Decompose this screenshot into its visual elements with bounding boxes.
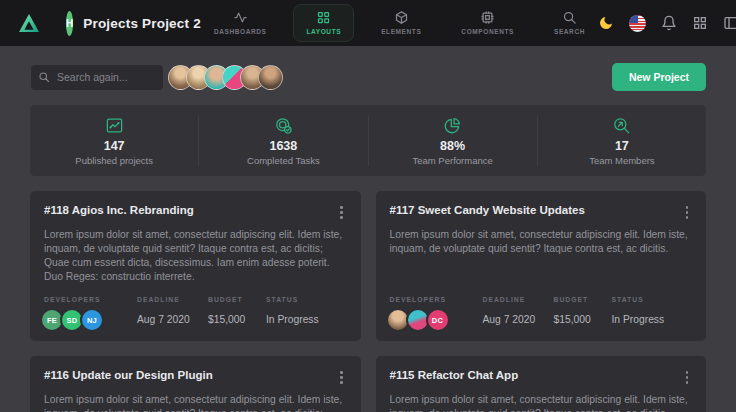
project-title: #118 Agios Inc. Rebranding [44,203,194,217]
project-title: #115 Refactor Chat App [390,368,519,382]
bell-icon [661,15,677,31]
magnifier-arrow-icon [612,116,631,135]
moon-icon [598,15,614,31]
developer-avatar[interactable]: NJ [80,308,104,332]
stat-label: Team Performance [412,155,492,166]
project-card-footer: DEVELOPERS FESDNJ DEADLINE Aug 7 2020 BU… [44,284,347,332]
kebab-menu-icon[interactable] [682,368,693,387]
project-card: #115 Refactor Chat App Lorem ipsum dolor… [376,356,707,412]
triangle-logo-icon [18,13,40,33]
budget-label: BUDGET [554,296,612,303]
project-description: Lorem ipsum dolor sit amet, consectetur … [390,228,693,256]
sidebar-toggle-button[interactable] [723,15,736,31]
stat-team-members: 17 Team Members [538,116,706,166]
team-avatar-group [175,65,283,90]
cpu-icon [480,10,495,25]
stat-completed-tasks: 1638 Completed Tasks [199,116,368,166]
apps-grid-icon [692,15,708,31]
project-description: Lorem ipsum dolor sit amet, consectetur … [390,393,693,412]
status-label: STATUS [266,296,319,303]
chart-line-icon [105,116,124,135]
navbar-actions [598,10,736,37]
developers-label: DEVELOPERS [390,296,483,303]
developer-avatar[interactable]: DC [426,308,450,332]
budget-value: $15,000 [208,308,266,332]
pie-chart-icon [443,116,462,135]
project-card: #118 Agios Inc. Rebranding Lorem ipsum d… [30,191,361,341]
nav-item-elements[interactable]: ELEMENTS [368,4,434,42]
status-value: In Progress [612,308,665,332]
status-value: In Progress [266,308,319,332]
stat-label: Completed Tasks [247,155,320,166]
brand-logo[interactable] [18,13,40,33]
language-flag-icon[interactable] [629,15,646,32]
stats-panel: 147 Published projects 1638 Completed Ta… [30,105,706,176]
stat-value: 17 [615,139,629,153]
stat-label: Published projects [75,155,153,166]
stat-published-projects: 147 Published projects [30,116,199,166]
projects-grid: #118 Agios Inc. Rebranding Lorem ipsum d… [30,191,706,412]
kebab-menu-icon[interactable] [336,368,347,387]
toolbar-row: New Project [30,63,706,91]
nav-item-components[interactable]: COMPONENTS [448,4,527,42]
developers-label: DEVELOPERS [44,296,137,303]
page-title: Projects Project 2 [83,16,201,31]
stat-team-performance: 88% Team Performance [369,116,538,166]
kebab-menu-icon[interactable] [682,203,693,222]
dark-mode-toggle[interactable] [598,15,614,31]
stat-value: 1638 [269,139,297,153]
deadline-label: DEADLINE [483,296,554,303]
stat-value: 147 [104,139,125,153]
new-project-button[interactable]: New Project [612,63,706,91]
project-card-footer: DEVELOPERS DC DEADLINE Aug 7 2020 BUDGET… [390,284,693,332]
team-member-avatar[interactable] [258,65,283,90]
kebab-menu-icon[interactable] [336,203,347,222]
project-title: #117 Sweet Candy Website Updates [390,203,585,217]
main-nav: DASHBOARDS LAYOUTS ELEMENTS COMPONENTS S… [201,4,598,42]
status-label: STATUS [612,296,665,303]
developer-avatars: DC [390,308,483,332]
project-avatar[interactable]: H [66,11,73,36]
activity-icon [233,10,248,25]
deadline-label: DEADLINE [137,296,208,303]
project-title: #116 Update our Design Plugin [44,368,213,382]
search-icon [38,71,50,83]
project-description: Lorem ipsum dolor sit amet, consectetur … [44,393,347,412]
nav-item-dashboards[interactable]: DASHBOARDS [201,4,280,42]
layout-grid-icon [316,10,331,25]
top-navbar: H Projects Project 2 DASHBOARDS LAYOUTS … [0,0,736,46]
deadline-value: Aug 7 2020 [483,308,554,332]
target-check-icon [274,116,293,135]
stat-label: Team Members [589,155,654,166]
apps-menu-button[interactable] [692,15,708,31]
project-description: Lorem ipsum dolor sit amet, consectetur … [44,228,347,285]
budget-label: BUDGET [208,296,266,303]
page-content: New Project 147 Published projects 1638 … [0,46,736,412]
box-icon [394,10,409,25]
nav-item-layouts[interactable]: LAYOUTS [293,4,354,42]
search-input[interactable] [30,64,164,91]
developer-avatars: FESDNJ [44,308,137,332]
search-box [30,64,164,91]
notifications-button[interactable] [661,15,677,31]
sidebar-layout-icon [723,15,736,31]
project-card: #117 Sweet Candy Website Updates Lorem i… [376,191,707,341]
project-card: #116 Update our Design Plugin Lorem ipsu… [30,356,361,412]
budget-value: $15,000 [554,308,612,332]
deadline-value: Aug 7 2020 [137,308,208,332]
search-icon [562,10,577,25]
stat-value: 88% [440,139,465,153]
nav-item-search[interactable]: SEARCH [541,4,598,42]
